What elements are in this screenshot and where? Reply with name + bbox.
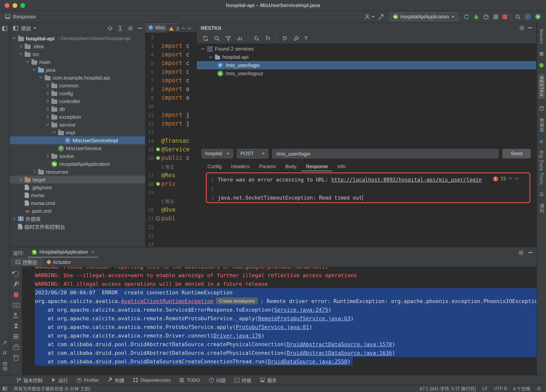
code-line[interactable]: 2 <box>145 33 196 42</box>
tab-params[interactable]: Params <box>255 162 280 171</box>
code-line[interactable]: 24 <box>145 240 196 247</box>
profiler-icon[interactable] <box>483 13 489 20</box>
tree-item[interactable]: hospital-api~/Desktop/learn/docter/hospi… <box>10 34 145 42</box>
toolwindow-button-branch[interactable]: 版本控制 <box>12 376 47 385</box>
profile-menu[interactable] <box>364 13 374 20</box>
tab-body[interactable]: Body <box>281 162 301 171</box>
code-line[interactable]: 15@Service <box>145 145 196 154</box>
chevron-down-icon[interactable] <box>33 27 37 29</box>
chevron-right-icon[interactable] <box>46 91 49 95</box>
notifications-toolwindow-button[interactable]: 通知 <box>538 203 545 213</box>
lock-icon[interactable] <box>537 386 541 391</box>
line-number[interactable]: 24 <box>145 241 155 247</box>
update-icon[interactable] <box>524 13 531 20</box>
send-button[interactable]: Send <box>502 149 531 158</box>
tree-item[interactable]: 临时文件和控制台 <box>10 223 145 231</box>
response-error-widget[interactable]: ! 15 <box>493 176 519 181</box>
line-number[interactable]: 4 <box>145 51 155 58</box>
console-link[interactable]: DruidDataSource.java:2550 <box>268 358 347 365</box>
notifications-bell-icon[interactable] <box>539 192 544 197</box>
bookmark-flag-icon[interactable] <box>2 351 7 356</box>
code-line[interactable]: 21↑publ <box>145 214 196 223</box>
code-line[interactable]: 14@Transac <box>145 136 196 145</box>
code-line[interactable]: 1 用法 <box>145 162 196 171</box>
code-line[interactable]: 11import j <box>145 110 196 119</box>
environment-select[interactable]: hospital <box>202 149 233 158</box>
code-line[interactable]: 18priv <box>145 180 196 188</box>
line-number[interactable]: 2 <box>145 34 155 40</box>
toolwindow-button-gauge[interactable]: Profiler <box>72 376 103 385</box>
line-number[interactable]: 16 <box>145 155 155 161</box>
locate-file-icon[interactable] <box>107 25 113 31</box>
minimize-window-button[interactable] <box>13 3 17 8</box>
url-input[interactable]: /mis_user/login <box>272 149 499 158</box>
code-area[interactable]: 23import c4import c5import c6import c7im… <box>145 33 196 247</box>
hide-panel-icon[interactable] <box>138 28 142 29</box>
rerun-icon[interactable] <box>13 271 19 277</box>
actuator-tab[interactable]: Actuator <box>42 257 76 267</box>
navigate-stacktrace-icon[interactable] <box>13 323 19 329</box>
tree-item[interactable]: mvnw.cmd <box>10 199 145 207</box>
service-tree-module[interactable]: hospital-api <box>197 53 536 61</box>
line-number[interactable]: 3 <box>145 43 155 49</box>
coverage-grid-icon[interactable] <box>493 13 499 20</box>
tree-item[interactable]: impl <box>10 129 145 136</box>
chevron-right-icon[interactable] <box>46 154 49 158</box>
toolwindow-button-hammer[interactable]: 构建 <box>103 376 129 385</box>
console-tab[interactable]: 控制台 <box>11 257 42 267</box>
chevron-down-icon[interactable] <box>52 130 56 135</box>
refresh-icon[interactable] <box>202 35 209 41</box>
code-line[interactable]: 10 <box>145 102 196 110</box>
chevron-down-icon[interactable] <box>201 47 205 51</box>
tree-item[interactable]: resources <box>10 168 145 176</box>
console-link[interactable]: ProtobufService.java:81 <box>236 324 309 330</box>
tree-item[interactable]: com.example.hospital.api <box>10 74 145 82</box>
tree-item[interactable]: HospitalApiApplication <box>10 160 145 168</box>
chevron-right-icon[interactable] <box>46 99 49 103</box>
file-encoding[interactable]: UTF-8 <box>494 386 507 391</box>
run-tab[interactable]: HospitalApiApplication × <box>28 247 98 257</box>
indent-setting[interactable]: 4 个空格 <box>513 385 530 392</box>
thread-dump-camera-icon[interactable] <box>13 302 19 308</box>
line-number[interactable]: 7 <box>145 77 155 83</box>
expand-all-icon[interactable] <box>254 35 260 41</box>
tree-item[interactable]: java <box>10 66 145 74</box>
line-number[interactable]: 8 <box>145 86 155 92</box>
tab-headers[interactable]: Headers <box>227 162 254 171</box>
response-toolwindow-button[interactable]: Response <box>5 14 36 19</box>
chevron-right-icon[interactable] <box>19 178 23 181</box>
code-line[interactable]: 9import o <box>145 93 196 102</box>
maven-toolwindow-button[interactable]: Maven <box>539 29 544 45</box>
collapse-all-icon[interactable] <box>117 25 123 31</box>
debug-bug-icon[interactable] <box>473 13 479 20</box>
toolwindow-button-problem[interactable]: 问题 <box>205 376 230 385</box>
search-icon[interactable] <box>214 35 220 41</box>
zoom-window-button[interactable] <box>20 3 25 8</box>
toolwindow-button-service[interactable]: 服务 <box>255 376 281 385</box>
close-window-button[interactable] <box>5 3 9 8</box>
line-number[interactable]: 13 <box>145 129 155 135</box>
stop-button[interactable] <box>502 14 507 19</box>
line-number[interactable]: 21 <box>145 215 155 221</box>
code-line[interactable]: 3import c <box>145 42 196 50</box>
code-line[interactable]: 20@Ove <box>145 206 196 214</box>
tree-item[interactable]: CMisUserServiceImpl <box>10 136 145 144</box>
service-tree-root[interactable]: Found 2 services <box>197 45 536 53</box>
console-link[interactable]: DruidAbstractDataSource.java:1636 <box>287 350 392 356</box>
tab-config[interactable]: Config <box>203 162 226 171</box>
spring-bean-gutter-icon[interactable] <box>156 156 160 160</box>
spring-bean-gutter-icon[interactable] <box>156 148 160 151</box>
run-services-icon[interactable] <box>535 13 541 20</box>
chevron-down-icon[interactable] <box>26 60 29 64</box>
statistics-bars-icon[interactable] <box>236 35 243 41</box>
line-number[interactable]: 5 <box>145 60 155 66</box>
chevron-down-icon[interactable] <box>39 76 43 80</box>
method-select[interactable]: POST <box>237 149 268 158</box>
response-url-link[interactable]: http://localhost:8092/hospital-api/mis_u… <box>331 177 482 183</box>
tree-item[interactable]: db <box>10 105 145 113</box>
settings-gear-icon[interactable] <box>518 250 524 255</box>
rerun-icon[interactable] <box>463 13 469 20</box>
console-link[interactable]: DruidAbstractDataSource.java:1570 <box>287 341 392 347</box>
tree-item[interactable]: target <box>10 176 145 183</box>
chevron-down-icon[interactable] <box>209 55 213 59</box>
